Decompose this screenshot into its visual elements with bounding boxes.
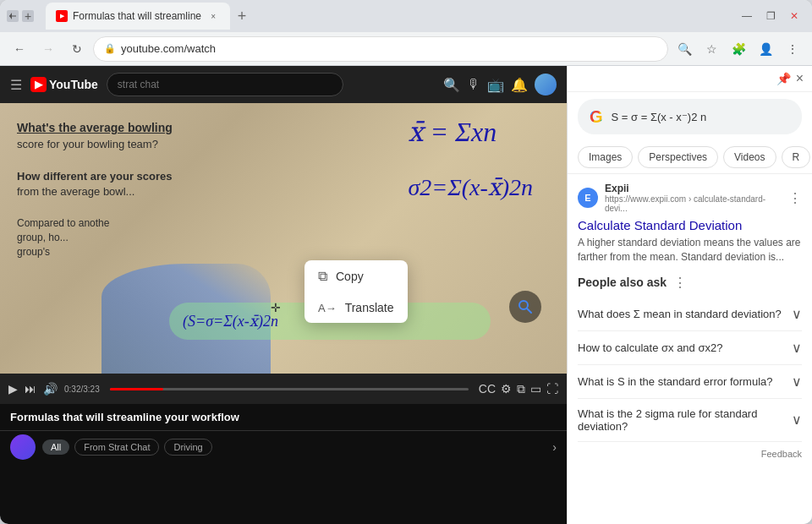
formula-secondary: σ2=Σ(x-x̄)2n: [408, 173, 533, 201]
paa-chevron-3: ∨: [792, 412, 802, 428]
tag-from-strat-chat[interactable]: From Strat Chat: [74, 439, 159, 456]
paa-item-3[interactable]: What is the 2 sigma rule for standard de…: [578, 399, 802, 442]
hamburger-icon[interactable]: ☰: [10, 77, 22, 93]
progress-bar[interactable]: [110, 388, 469, 390]
settings-button[interactable]: ⚙: [501, 382, 512, 396]
browser-window: + ▶ Formulas that will streamline × + — …: [0, 0, 812, 524]
main-area: ☰ ▶ YouTube 🔍 🎙 📺 🔔: [0, 66, 812, 524]
url-text: youtube.com/watch: [121, 42, 216, 55]
paa-item-2[interactable]: What is S in the standard error formula?…: [578, 365, 802, 399]
active-tab[interactable]: ▶ Formulas that will streamline ×: [46, 3, 230, 30]
extensions-button[interactable]: 🧩: [726, 36, 751, 62]
paa-item-0[interactable]: What does Σ mean in standard deviation? …: [578, 297, 802, 331]
back-button[interactable]: ←: [7, 36, 32, 62]
right-panel: 📌 × G S = σ = Σ(x - x⁻)2 n Images Perspe…: [567, 66, 812, 524]
tab-back-button[interactable]: [7, 10, 19, 22]
play-button[interactable]: ▶: [8, 382, 18, 396]
subtitles-button[interactable]: CC: [479, 382, 496, 396]
channel-avatar[interactable]: [10, 434, 36, 460]
yt-avatar[interactable]: [535, 74, 557, 96]
close-button[interactable]: ✕: [783, 5, 805, 27]
source-more-button[interactable]: ⋮: [788, 190, 802, 206]
title-bar-actions: — ❐ ✕: [736, 5, 805, 27]
new-tab-button[interactable]: +: [22, 10, 34, 22]
yt-bell-icon[interactable]: 🔔: [511, 77, 528, 93]
source-info: Expii https://www.expii.com › calculate-…: [605, 183, 782, 213]
paa-chevron-0: ∨: [792, 306, 802, 322]
paa-item-1[interactable]: How to calculate σx and σx2? ∨: [578, 331, 802, 365]
tab-title: Formulas that will streamline: [73, 10, 201, 22]
panel-close-button[interactable]: ×: [796, 71, 804, 86]
google-search-bar[interactable]: G S = σ = Σ(x - x⁻)2 n: [578, 99, 802, 134]
volume-button[interactable]: 🔊: [43, 382, 58, 396]
paa-chevron-2: ∨: [792, 374, 802, 390]
video-title: Formulas that will streamline your workf…: [10, 411, 557, 423]
filter-tab-perspectives[interactable]: Perspectives: [638, 146, 718, 168]
address-bar[interactable]: 🔒 youtube.com/watch: [93, 36, 668, 62]
filter-tab-more[interactable]: R: [782, 146, 811, 168]
svg-rect-1: [9, 16, 16, 17]
translate-menu-item[interactable]: A→ Translate: [304, 292, 408, 323]
hw-line6: group, ho...: [17, 231, 220, 245]
forward-button[interactable]: →: [36, 36, 61, 62]
yt-favicon-icon: ▶: [60, 13, 64, 19]
video-info: Formulas that will streamline your workf…: [0, 404, 567, 430]
video-area: ☰ ▶ YouTube 🔍 🎙 📺 🔔: [0, 66, 567, 524]
formula-main: x̄ = Σxn: [408, 116, 533, 148]
lens-overlay-button[interactable]: [509, 291, 541, 323]
new-tab-icon-button[interactable]: +: [230, 4, 254, 28]
bookmark-button[interactable]: ☆: [699, 36, 724, 62]
yt-search-input[interactable]: [107, 73, 343, 96]
filter-tab-videos[interactable]: Videos: [723, 146, 776, 168]
fullscreen-button[interactable]: ⛶: [546, 382, 558, 396]
paa-header: People also ask ⋮: [578, 275, 802, 291]
theater-button[interactable]: ▭: [530, 382, 541, 396]
video-background: What's the average bowling score for you…: [0, 103, 567, 374]
pin-icon[interactable]: 📌: [776, 72, 791, 85]
hw-line2: score for your bowling team?: [17, 137, 220, 152]
tab-area: ▶ Formulas that will streamline × +: [46, 3, 731, 30]
hw-right-formulas: x̄ = Σxn σ2=Σ(x-x̄)2n: [408, 116, 533, 201]
context-menu: ⧉ Copy A→ Translate: [304, 260, 408, 323]
paa-more-icon[interactable]: ⋮: [673, 275, 687, 291]
miniplayer-button[interactable]: ⧉: [517, 382, 525, 396]
lens-button[interactable]: 🔍: [672, 36, 697, 62]
feedback-link[interactable]: Feedback: [578, 442, 802, 466]
yt-cast-icon[interactable]: 📺: [487, 77, 504, 93]
yt-search-icon[interactable]: 🔍: [443, 77, 460, 93]
video-time: 0:32/3:23: [64, 385, 100, 394]
result-source: E Expii https://www.expii.com › calculat…: [578, 183, 802, 213]
copy-menu-item[interactable]: ⧉ Copy: [304, 260, 408, 292]
source-icon: E: [578, 188, 598, 208]
translate-icon: A→: [318, 302, 337, 314]
highlight-formula: (S=σ=Σ(x-x̄)2n: [183, 312, 278, 330]
panel-header: 📌 ×: [568, 66, 812, 92]
tag-arrow-icon[interactable]: ›: [552, 440, 557, 454]
video-content: What's the average bowling score for you…: [0, 103, 567, 374]
nav-bar: ← → ↻ 🔒 youtube.com/watch 🔍 ☆ 🧩 👤 ⋮: [0, 32, 812, 66]
hw-line7: group's: [17, 245, 220, 259]
minimize-button[interactable]: —: [736, 5, 758, 27]
result-title[interactable]: Calculate Standard Deviation: [578, 218, 802, 232]
yt-mic-icon[interactable]: 🎙: [467, 77, 480, 92]
menu-button[interactable]: ⋮: [780, 36, 805, 62]
skip-button[interactable]: ⏭: [25, 382, 36, 396]
tag-strip: All From Strat Chat Driving ›: [42, 439, 557, 456]
reload-button[interactable]: ↻: [64, 36, 90, 62]
tab-close-button[interactable]: ×: [206, 9, 220, 23]
google-g-logo: G: [590, 107, 603, 127]
yt-header: ☰ ▶ YouTube 🔍 🎙 📺 🔔: [0, 66, 567, 103]
maximize-button[interactable]: ❐: [760, 5, 782, 27]
account-button[interactable]: 👤: [753, 36, 778, 62]
nav-actions: 🔍 ☆ 🧩 👤 ⋮: [672, 36, 805, 62]
yt-logo: ▶ YouTube: [30, 77, 98, 92]
results-area: E Expii https://www.expii.com › calculat…: [568, 174, 812, 524]
vc-right: CC ⚙ ⧉ ▭ ⛶: [479, 382, 558, 396]
paa-chevron-1: ∨: [792, 340, 802, 356]
tag-driving[interactable]: Driving: [164, 439, 211, 456]
yt-logo-icon: ▶: [30, 77, 47, 92]
lock-icon: 🔒: [104, 43, 116, 54]
tag-all[interactable]: All: [42, 439, 69, 455]
filter-tab-images[interactable]: Images: [578, 146, 633, 168]
search-query: S = σ = Σ(x - x⁻)2 n: [612, 111, 790, 123]
